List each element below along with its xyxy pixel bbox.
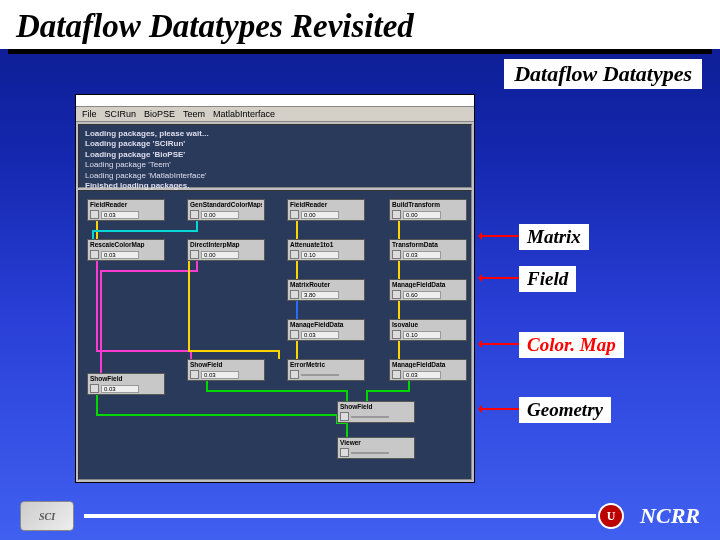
annotation-field: Field: [519, 266, 576, 292]
module-time: 0.03: [101, 385, 139, 393]
module-title: RescaleColorMap: [90, 241, 162, 248]
module-time: 0.10: [301, 251, 339, 259]
module-rescalecolormap[interactable]: RescaleColorMap0.03: [87, 239, 165, 261]
module-time: 0.00: [201, 211, 239, 219]
module-ui-button[interactable]: [90, 210, 99, 219]
module-time: 0.03: [403, 251, 441, 259]
menu-bar: File SCIRun BioPSE Teem MatlabInterface: [76, 107, 474, 122]
module-title: ManageFieldData: [392, 361, 464, 368]
menu-matlab[interactable]: MatlabInterface: [213, 109, 275, 119]
module-matrixrouter[interactable]: MatrixRouter3.80: [287, 279, 365, 301]
module-managefielddata1[interactable]: ManageFieldData0.60: [389, 279, 467, 301]
module-time: 0.03: [101, 211, 139, 219]
slide-subtitle: Dataflow Datatypes: [504, 59, 702, 89]
annotation-colormap: Color. Map: [519, 332, 624, 358]
module-ui-button[interactable]: [190, 250, 199, 259]
console-line: Loading packages, please wait...: [85, 129, 465, 139]
module-showfield1[interactable]: ShowField0.03: [187, 359, 265, 381]
module-title: ManageFieldData: [290, 321, 362, 328]
module-time: 0.03: [301, 331, 339, 339]
module-title: ShowField: [340, 403, 412, 410]
module-time: 0.00: [201, 251, 239, 259]
module-time: 0.60: [403, 291, 441, 299]
footer: SCI U NCRR: [0, 492, 720, 540]
module-title: DirectInterpMap: [190, 241, 262, 248]
module-errormetric[interactable]: ErrorMetric: [287, 359, 365, 381]
module-fieldreader[interactable]: FieldReader0.03: [87, 199, 165, 221]
subtitle-area: Dataflow Datatypes: [0, 54, 720, 89]
module-time: 0.10: [403, 331, 441, 339]
module-managefielddata2[interactable]: ManageFieldData0.03: [287, 319, 365, 341]
menu-file[interactable]: File: [82, 109, 97, 119]
module-isovalue[interactable]: Isovalue0.10: [389, 319, 467, 341]
module-genstandardcolormaps[interactable]: GenStandardColorMaps0.00: [187, 199, 265, 221]
module-ui-button[interactable]: [392, 250, 401, 259]
module-showfield2[interactable]: ShowField0.03: [87, 373, 165, 395]
footer-separator: [84, 514, 596, 518]
module-ui-button[interactable]: [190, 210, 199, 219]
module-time: [351, 416, 389, 418]
wire: [207, 381, 347, 401]
module-ui-button[interactable]: [392, 330, 401, 339]
module-ui-button[interactable]: [290, 210, 299, 219]
menu-biopse[interactable]: BioPSE: [144, 109, 175, 119]
module-time: 0.03: [101, 251, 139, 259]
module-title: MatrixRouter: [290, 281, 362, 288]
module-title: Isovalue: [392, 321, 464, 328]
module-title: ShowField: [190, 361, 262, 368]
module-time: 0.03: [201, 371, 239, 379]
module-ui-button[interactable]: [290, 330, 299, 339]
wire: [93, 221, 197, 239]
module-ui-button[interactable]: [290, 370, 299, 379]
module-directinterpmap[interactable]: DirectInterpMap0.00: [187, 239, 265, 261]
module-ui-button[interactable]: [90, 384, 99, 393]
scirun-window: File SCIRun BioPSE Teem MatlabInterface …: [75, 94, 475, 483]
wire: [189, 261, 279, 359]
module-title: Viewer: [340, 439, 412, 446]
module-time: [351, 452, 389, 454]
module-title: ShowField: [90, 375, 162, 382]
module-ui-button[interactable]: [290, 290, 299, 299]
annotation-geometry: Geometry: [519, 397, 611, 423]
module-managefielddata3[interactable]: ManageFieldData0.03: [389, 359, 467, 381]
module-attenuate1to1[interactable]: Attenuate1to10.10: [287, 239, 365, 261]
module-time: 3.80: [301, 291, 339, 299]
annotation-matrix: Matrix: [519, 224, 589, 250]
menu-teem[interactable]: Teem: [183, 109, 205, 119]
module-ui-button[interactable]: [290, 250, 299, 259]
module-time: 0.03: [403, 371, 441, 379]
module-ui-button[interactable]: [392, 370, 401, 379]
module-ui-button[interactable]: [340, 412, 349, 421]
arrow-colormap: [480, 343, 520, 345]
wire: [97, 261, 191, 359]
dataflow-canvas[interactable]: FieldReader0.03GenStandardColorMaps0.00F…: [78, 190, 472, 480]
module-buildtransform[interactable]: BuildTransform0.00: [389, 199, 467, 221]
module-ui-button[interactable]: [340, 448, 349, 457]
window-titlebar[interactable]: [76, 95, 474, 107]
module-fieldreader2[interactable]: FieldReader0.00: [287, 199, 365, 221]
wire: [367, 381, 409, 401]
module-title: TransformData: [392, 241, 464, 248]
module-title: FieldReader: [290, 201, 362, 208]
console: Loading packages, please wait... Loading…: [78, 124, 472, 188]
module-title: FieldReader: [90, 201, 162, 208]
module-title: BuildTransform: [392, 201, 464, 208]
console-line: Loading package 'Teem': [85, 160, 465, 170]
module-transformdata[interactable]: TransformData0.03: [389, 239, 467, 261]
slide-title: Dataflow Datatypes Revisited: [16, 8, 704, 45]
module-ui-button[interactable]: [392, 290, 401, 299]
title-area: Dataflow Datatypes Revisited: [0, 0, 720, 49]
sci-logo: SCI: [20, 501, 74, 531]
module-ui-button[interactable]: [392, 210, 401, 219]
console-line: Loading package 'SCIRun': [85, 139, 465, 149]
console-line: Loading package 'BioPSE': [85, 150, 465, 160]
module-viewer[interactable]: Viewer: [337, 437, 415, 459]
module-ui-button[interactable]: [190, 370, 199, 379]
utah-badge-icon: U: [598, 503, 624, 529]
module-title: Attenuate1to1: [290, 241, 362, 248]
arrow-geometry: [480, 408, 520, 410]
module-showfield3[interactable]: ShowField: [337, 401, 415, 423]
module-time: [301, 374, 339, 376]
module-ui-button[interactable]: [90, 250, 99, 259]
menu-scirun[interactable]: SCIRun: [105, 109, 137, 119]
